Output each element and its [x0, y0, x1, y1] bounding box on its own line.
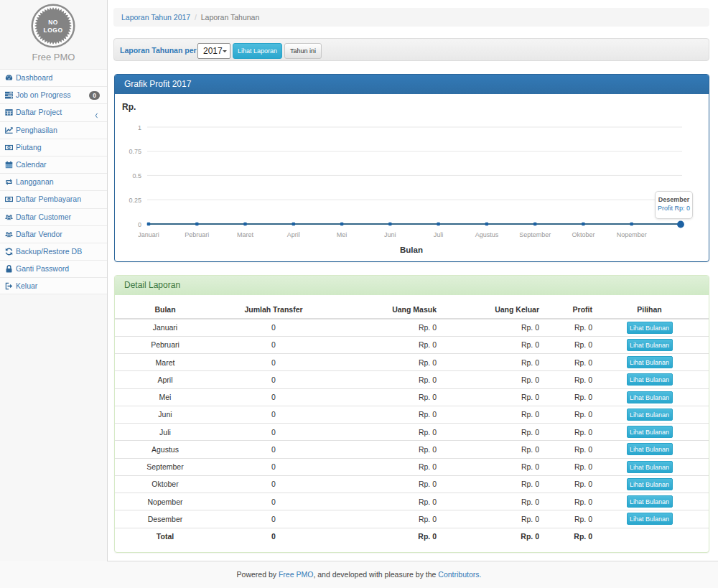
svg-text:Mei: Mei: [337, 231, 348, 238]
svg-text:NO: NO: [48, 19, 58, 26]
svg-text:0.5: 0.5: [132, 172, 141, 179]
svg-text:Juni: Juni: [384, 231, 396, 238]
svg-text:Bulan: Bulan: [400, 246, 423, 254]
svg-text:Pebruari: Pebruari: [185, 231, 209, 238]
svg-text:September: September: [519, 231, 551, 238]
svg-text:0.75: 0.75: [129, 148, 141, 155]
svg-text:0: 0: [138, 221, 141, 228]
svg-text:April: April: [287, 231, 300, 238]
svg-text:Nopember: Nopember: [617, 231, 647, 238]
svg-text:LOGO: LOGO: [43, 27, 62, 34]
svg-text:Rp.: Rp.: [122, 102, 136, 112]
svg-text:Juli: Juli: [434, 231, 444, 238]
svg-text:Oktober: Oktober: [572, 231, 595, 238]
svg-text:1: 1: [138, 124, 141, 131]
svg-text:Maret: Maret: [237, 231, 254, 238]
svg-text:Januari: Januari: [138, 231, 159, 238]
svg-text:Agustus: Agustus: [475, 231, 499, 238]
svg-text:0.25: 0.25: [129, 197, 141, 204]
